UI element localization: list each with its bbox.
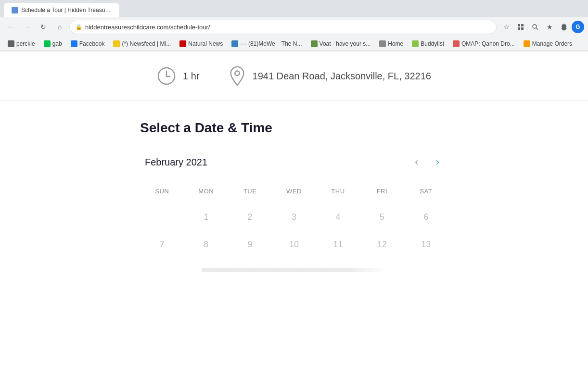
zoom-button[interactable] [528, 20, 542, 34]
active-tab[interactable]: Schedule a Tour | Hidden Treasures Child… [4, 3, 119, 17]
bookmark-buddylist[interactable]: Buddylist [408, 39, 448, 49]
bookmark-manageorders[interactable]: Manage Orders [520, 39, 576, 49]
svg-line-5 [536, 28, 538, 30]
bookmark-home[interactable]: Home [375, 39, 407, 49]
bookmark-favicon-mewe [231, 40, 238, 47]
bookmark-favicon-naturalnews [179, 40, 186, 47]
forward-button[interactable]: → [20, 20, 34, 34]
calendar-week-1: 1 2 3 4 5 6 [140, 203, 448, 231]
svg-rect-1 [521, 24, 524, 26]
prev-month-button[interactable]: ‹ [411, 155, 422, 169]
address-bar-row: ← → ↻ ⌂ 🔒 hiddentreasureschildcare.com/s… [0, 17, 588, 37]
calendar-nav-buttons: ‹ › [411, 155, 443, 169]
bookmark-star-button2[interactable]: ★ [543, 20, 556, 34]
reload-button[interactable]: ↻ [37, 20, 50, 34]
bookmark-favicon-newsfeed [113, 40, 120, 47]
svg-rect-3 [521, 27, 524, 30]
address-bar[interactable]: 🔒 hiddentreasureschildcare.com/schedule-… [69, 20, 497, 34]
cal-day-8: 8 [184, 231, 228, 258]
extensions-button[interactable] [514, 20, 527, 34]
month-year-label: February 2021 [145, 157, 207, 168]
cal-day-3: 3 [272, 203, 316, 231]
cal-day-4: 4 [316, 203, 360, 231]
day-header-fri: FRI [360, 184, 404, 199]
svg-point-9 [235, 71, 240, 76]
back-button[interactable]: ← [4, 20, 17, 34]
bookmark-naturalnews[interactable]: Natural News [176, 39, 227, 49]
bookmark-voat[interactable]: Voat - have your s... [307, 39, 375, 49]
svg-rect-2 [518, 27, 520, 30]
url-text: hiddentreasureschildcare.com/schedule-to… [85, 24, 490, 31]
day-header-thu: THU [316, 184, 360, 199]
bookmark-favicon-gab [44, 40, 51, 47]
section-title: Select a Date & Time [140, 120, 448, 136]
calendar-week-2: 7 8 9 10 11 12 13 [140, 231, 448, 258]
cal-day-9: 9 [228, 231, 272, 258]
bookmarks-star-button[interactable]: ☆ [499, 20, 513, 34]
info-bar: 1 hr 1941 Dean Road, Jacksonville, FL, 3… [0, 51, 588, 101]
bookmark-gab[interactable]: gab [40, 39, 66, 49]
address-text: 1941 Dean Road, Jacksonville, FL, 32216 [253, 71, 431, 82]
bookmark-favicon-manageorders [524, 40, 530, 47]
cal-day-13: 13 [404, 231, 448, 258]
bookmark-mewe[interactable]: ···· (81)MeWe – The N... [228, 39, 306, 49]
day-header-sun: SUN [140, 184, 184, 199]
toolbar-right: ☆ ★ G [499, 20, 584, 34]
browser-chrome: Schedule a Tour | Hidden Treasures Child… [0, 0, 588, 51]
cal-day-empty-sun1 [140, 203, 184, 231]
cal-day-12: 12 [360, 231, 404, 258]
page-content: 1 hr 1941 Dean Road, Jacksonville, FL, 3… [0, 51, 588, 380]
tab-title: Schedule a Tour | Hidden Treasures Child… [21, 7, 112, 13]
cal-day-7: 7 [140, 231, 184, 258]
cal-day-2: 2 [228, 203, 272, 231]
svg-point-4 [533, 25, 537, 28]
home-button[interactable]: ⌂ [53, 20, 66, 34]
tab-favicon [12, 7, 18, 13]
tab-bar: Schedule a Tour | Hidden Treasures Child… [0, 0, 588, 17]
bookmark-facebook[interactable]: Facebook [67, 39, 109, 49]
puzzle-extension-button[interactable] [557, 20, 571, 34]
cal-day-6: 6 [404, 203, 448, 231]
day-header-sat: SAT [404, 184, 448, 199]
day-header-mon: MON [184, 184, 228, 199]
next-month-button[interactable]: › [432, 155, 443, 169]
cal-day-11: 11 [316, 231, 360, 258]
location-icon [229, 66, 246, 86]
scroll-hint [202, 268, 386, 272]
lock-icon: 🔒 [76, 24, 82, 30]
duration-item: 1 hr [157, 66, 199, 86]
calendar-section: Select a Date & Time February 2021 ‹ › S… [130, 101, 458, 281]
clock-icon [157, 66, 176, 86]
cal-day-10: 10 [272, 231, 316, 258]
bookmark-favicon-home [379, 40, 386, 47]
cal-day-1: 1 [184, 203, 228, 231]
day-header-tue: TUE [228, 184, 272, 199]
calendar-nav: February 2021 ‹ › [140, 155, 448, 169]
bookmark-qmap[interactable]: QMAP: Qanon Dro... [449, 39, 519, 49]
svg-rect-0 [518, 24, 520, 26]
day-header-wed: WED [272, 184, 316, 199]
bookmark-newsfeed[interactable]: (*) Newsfeed | Mi... [109, 39, 175, 49]
bookmark-favicon-facebook [71, 40, 77, 47]
bookmark-favicon-qmap [453, 40, 460, 47]
bookmark-favicon-buddylist [412, 40, 419, 47]
address-item: 1941 Dean Road, Jacksonville, FL, 32216 [229, 66, 431, 86]
cal-day-5: 5 [360, 203, 404, 231]
bookmark-favicon-perckle [8, 40, 14, 47]
duration-text: 1 hr [183, 71, 199, 82]
bookmarks-bar: perckle gab Facebook (*) Newsfeed | Mi..… [0, 37, 588, 51]
profile-avatar[interactable]: G [572, 21, 584, 33]
bookmark-perckle[interactable]: perckle [4, 39, 39, 49]
calendar-grid: SUN MON TUE WED THU FRI SAT 1 2 3 4 5 6 … [140, 184, 448, 258]
bookmark-favicon-voat [311, 40, 318, 47]
calendar-day-headers: SUN MON TUE WED THU FRI SAT [140, 184, 448, 199]
